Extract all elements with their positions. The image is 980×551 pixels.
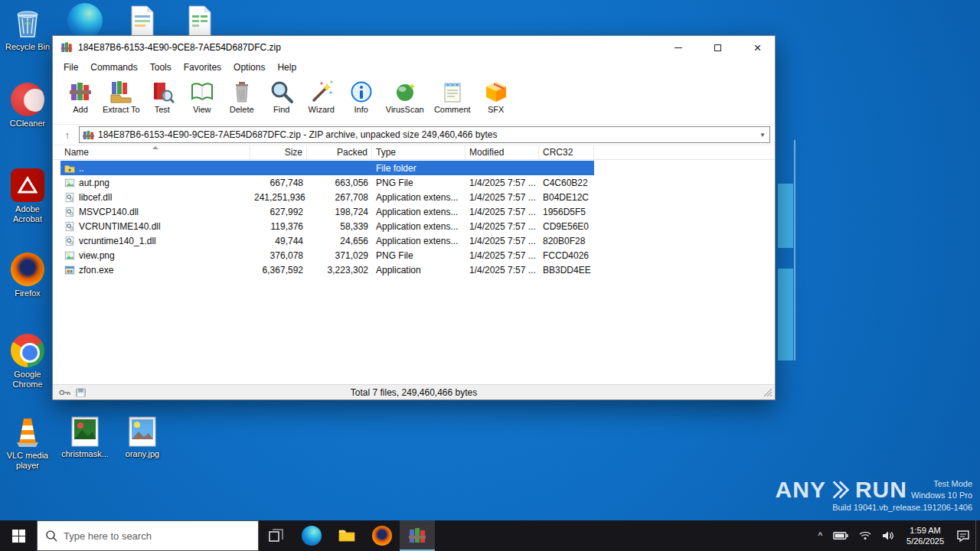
close-button[interactable]: × xyxy=(740,36,775,59)
file-type-cell: Application extens... xyxy=(372,192,466,203)
anyrun-watermark: ANY RUN Test Mode Windows 10 Pro Build 1… xyxy=(776,478,972,512)
toolbar-extract-button[interactable]: Extract To xyxy=(100,78,142,116)
column-headers: Name Size Packed Type Modified CRC32 xyxy=(53,145,775,160)
info-icon xyxy=(349,80,374,104)
toolbar-wizard-button[interactable]: Wizard xyxy=(302,78,341,116)
column-header-size[interactable]: Size xyxy=(250,145,307,159)
resize-grip[interactable] xyxy=(763,388,773,397)
toolbar-comment-button[interactable]: Comment xyxy=(429,78,476,116)
file-crc-cell: FCCD4026 xyxy=(539,250,594,261)
tray-expand-button[interactable]: ^ xyxy=(812,520,828,551)
chevron-up-icon: ^ xyxy=(818,530,822,541)
file-name-cell: vcruntime140_1.dll xyxy=(60,236,250,246)
toolbar-virusscan-button[interactable]: VirusScan xyxy=(381,78,429,116)
network-tray-icon[interactable] xyxy=(854,520,877,551)
desktop-icon-google-chrome[interactable]: Google Chrome xyxy=(0,334,55,390)
file-row[interactable]: view.png 376,078 371,029 PNG File 1/4/20… xyxy=(60,248,594,262)
edge-icon xyxy=(302,526,322,546)
desktop-icon-orany[interactable]: orany.jpg xyxy=(115,416,170,459)
column-header-packed[interactable]: Packed xyxy=(307,145,372,159)
toolbar-add-button[interactable]: Add xyxy=(60,78,100,116)
column-header-type[interactable]: Type xyxy=(372,145,466,159)
taskbar-edge-button[interactable] xyxy=(294,520,329,551)
desktop-icon-firefox[interactable]: Firefox xyxy=(0,253,55,298)
desktop-icon-ccleaner[interactable]: CCleaner xyxy=(0,83,55,129)
address-dropdown-button[interactable]: ▼ xyxy=(756,127,769,142)
up-one-level-button[interactable]: ↑ xyxy=(59,126,76,143)
document-icon xyxy=(186,5,214,38)
address-combo[interactable]: 184E87B6-6153-4E90-9CE8-7AE54D687DFC.zip… xyxy=(79,126,770,143)
taskbar-winrar-button[interactable] xyxy=(400,520,435,551)
file-row[interactable]: zfon.exe 6,367,592 3,223,302 Application… xyxy=(60,262,594,277)
column-header-modified[interactable]: Modified xyxy=(466,145,539,159)
watermark-build: Build 19041.vb_release.191206-1406 xyxy=(776,503,972,512)
file-row[interactable]: VCRUNTIME140.dll 119,376 58,339 Applicat… xyxy=(60,219,594,233)
menu-commands[interactable]: Commands xyxy=(84,60,143,74)
taskbar-search[interactable] xyxy=(37,520,259,551)
action-center-button[interactable] xyxy=(951,520,975,551)
toolbar-delete-button[interactable]: Delete xyxy=(222,78,262,116)
address-bar: ↑ 184E87B6-6153-4E90-9CE8-7AE54D687DFC.z… xyxy=(53,125,775,145)
file-row[interactable]: vcruntime140_1.dll 49,744 24,656 Applica… xyxy=(60,233,594,248)
desktop-icon-adobe-acrobat[interactable]: Adobe Acrobat xyxy=(0,168,55,224)
desktop-icon-recycle-bin[interactable]: Recycle Bin xyxy=(0,5,55,52)
desktop-icon-label: Firefox xyxy=(0,289,55,298)
menu-options[interactable]: Options xyxy=(227,60,271,74)
toolbar: Add Extract To Test xyxy=(53,76,775,125)
toolbar-info-button[interactable]: Info xyxy=(341,78,381,116)
desktop-icon-christmask[interactable]: christmask... xyxy=(57,416,113,459)
maximize-button[interactable] xyxy=(701,36,735,59)
toolbar-view-button[interactable]: View xyxy=(182,78,222,116)
volume-tray-icon[interactable] xyxy=(877,520,900,551)
desktop-icon-edge[interactable] xyxy=(57,3,113,38)
file-row-parent-dir[interactable]: .. File folder xyxy=(60,161,594,175)
toolbar-sfx-button[interactable]: SFX xyxy=(476,78,516,116)
desktop-icon-label: orany.jpg xyxy=(115,449,170,459)
file-crc-cell: 1956D5F5 xyxy=(539,207,594,217)
file-packed-cell: 3,223,302 xyxy=(307,265,372,276)
speaker-icon xyxy=(882,530,894,541)
winrar-app-icon xyxy=(60,41,73,54)
desktop-icon-document-1[interactable] xyxy=(115,5,170,38)
file-modified-cell: 1/4/2025 7:57 ... xyxy=(466,236,539,246)
toolbar-test-button[interactable]: Test xyxy=(142,78,182,116)
file-type-cell: Application xyxy=(372,265,466,276)
comment-icon xyxy=(440,80,465,104)
taskbar-clock[interactable]: 1:59 AM 5/26/2025 xyxy=(900,520,951,551)
desktop-icon-label: Adobe Acrobat xyxy=(0,204,55,224)
clock-date: 5/26/2025 xyxy=(906,536,944,546)
show-desktop-button[interactable] xyxy=(975,520,980,551)
window-title: 184E87B6-6153-4E90-9CE8-7AE54D687DFC.zip xyxy=(78,42,655,53)
menu-help[interactable]: Help xyxy=(271,60,302,74)
chevron-down-icon: ▼ xyxy=(760,132,766,139)
file-row[interactable]: aut.png 667,748 663,056 PNG File 1/4/202… xyxy=(60,175,594,190)
image-file-icon xyxy=(70,416,100,447)
anyrun-brand-right: RUN xyxy=(855,478,907,502)
file-row[interactable]: libcef.dll 241,251,936 267,708 Applicati… xyxy=(60,190,594,204)
anyrun-brand-left: ANY xyxy=(776,478,826,502)
column-header-name[interactable]: Name xyxy=(60,145,250,159)
png-file-icon xyxy=(64,178,75,188)
menu-tools[interactable]: Tools xyxy=(144,60,178,74)
clock-time: 1:59 AM xyxy=(910,525,940,536)
menu-file[interactable]: File xyxy=(57,60,84,74)
start-button[interactable] xyxy=(0,520,37,551)
search-input[interactable] xyxy=(64,530,250,542)
address-text: 184E87B6-6153-4E90-9CE8-7AE54D687DFC.zip… xyxy=(98,129,752,140)
title-bar[interactable]: 184E87B6-6153-4E90-9CE8-7AE54D687DFC.zip… xyxy=(53,36,775,59)
file-row[interactable]: MSVCP140.dll 627,992 198,724 Application… xyxy=(60,204,594,219)
desktop-icon-document-2[interactable] xyxy=(172,5,227,38)
task-view-button[interactable] xyxy=(259,520,294,551)
background-window-fragment xyxy=(778,269,793,360)
anyrun-play-icon xyxy=(830,479,851,500)
file-size-cell: 376,078 xyxy=(250,250,307,261)
menu-favorites[interactable]: Favorites xyxy=(178,60,227,74)
file-packed-cell: 663,056 xyxy=(307,178,372,188)
column-header-crc32[interactable]: CRC32 xyxy=(539,145,594,159)
taskbar-file-explorer-button[interactable] xyxy=(329,520,364,551)
battery-tray-icon[interactable] xyxy=(828,520,854,551)
toolbar-find-button[interactable]: Find xyxy=(262,78,302,116)
taskbar-firefox-button[interactable] xyxy=(364,520,400,551)
minimize-button[interactable] xyxy=(661,36,695,59)
desktop-icon-vlc[interactable]: VLC media player xyxy=(0,415,55,471)
